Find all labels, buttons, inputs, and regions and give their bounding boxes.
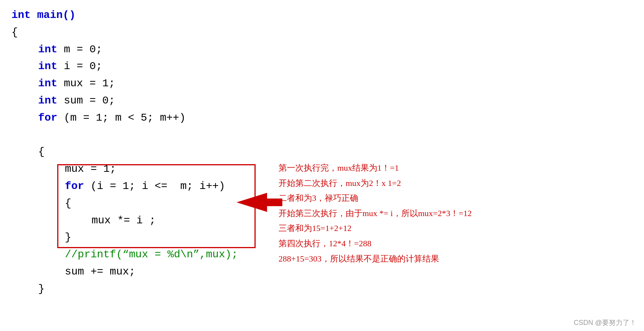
code-line-8: { bbox=[11, 144, 238, 161]
code-line-2: { bbox=[11, 24, 238, 41]
annotation-line-6: 第四次执行，12*4！=288 bbox=[279, 236, 472, 251]
annotations-panel: 第一次执行完，mux结果为1！=1 开始第二次执行，mux为2！x 1=2 二者… bbox=[279, 160, 472, 266]
annotation-line-4: 开始第三次执行，由于mux *= i，所以mux=2*3！=12 bbox=[279, 206, 472, 221]
annotation-line-1: 第一次执行完，mux结果为1！=1 bbox=[279, 160, 472, 176]
code-line-13: } bbox=[11, 229, 238, 246]
annotation-line-3: 二者和为3，禄巧正确 bbox=[279, 191, 472, 206]
annotation-line-5: 三者和为15=1+2+12 bbox=[279, 221, 472, 236]
code-line-16: } bbox=[11, 281, 238, 298]
annotation-line-7: 288+15=303，所以结果不是正确的计算结果 bbox=[279, 251, 472, 266]
code-line-15: sum += mux; bbox=[11, 263, 238, 281]
code-line-10: for (i = 1; i <= m; i++) bbox=[11, 178, 238, 195]
keyword-int-main: int main() bbox=[11, 9, 76, 21]
keyword-int-i: int bbox=[38, 60, 57, 72]
code-line-7: for (m = 1; m < 5; m++) bbox=[11, 110, 238, 127]
code-line-4: int i = 0; bbox=[11, 58, 238, 75]
keyword-for-outer: for bbox=[38, 112, 57, 124]
code-line-11: { bbox=[11, 195, 238, 212]
keyword-int-m: int bbox=[38, 44, 57, 55]
code-line-5: int mux = 1; bbox=[11, 75, 238, 92]
keyword-int-mux: int bbox=[38, 78, 57, 89]
code-line-9: mux = 1; bbox=[11, 161, 238, 178]
keyword-int-sum: int bbox=[38, 95, 57, 107]
code-line-blank bbox=[11, 127, 238, 144]
code-line-3: int m = 0; bbox=[11, 41, 238, 58]
code-block: int main() { int m = 0; int i = 0; int m… bbox=[11, 7, 238, 298]
code-line-12: mux *= i ; bbox=[11, 212, 238, 229]
code-line-14: //printf(“mux = %d\n”,mux); bbox=[11, 246, 238, 263]
code-line-1: int main() bbox=[11, 7, 238, 24]
code-line-6: int sum = 0; bbox=[11, 92, 238, 110]
arrow-icon bbox=[237, 191, 282, 214]
keyword-for-inner: for bbox=[65, 180, 84, 192]
annotation-line-2: 开始第二次执行，mux为2！x 1=2 bbox=[279, 176, 472, 191]
svg-marker-0 bbox=[237, 193, 267, 212]
watermark: CSDN @要努力了！ bbox=[574, 318, 636, 327]
